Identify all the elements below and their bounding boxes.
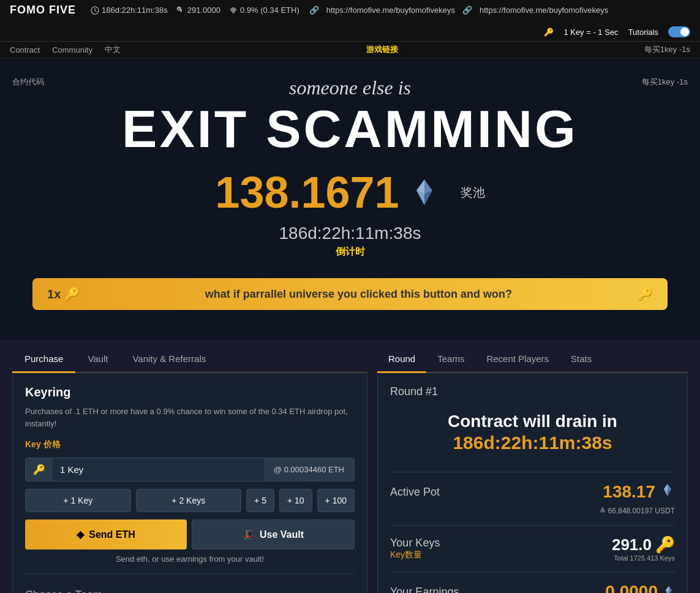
exit-scamming-headline: EXIT SCAMMING: [122, 102, 578, 155]
drain-box: Contract will drain in 186d:22h:11m:38s: [390, 410, 675, 453]
divider-1: [25, 573, 355, 574]
buy-link-1[interactable]: https://fomofive.me/buyfomofivekeys: [326, 6, 455, 15]
link-icon-1: 🔗: [309, 6, 319, 15]
buy-bar-text: what if parrallel universe you clicked t…: [87, 288, 630, 301]
drain-title: Contract will drain in: [390, 410, 675, 432]
buy-bar-key: 1x 🔑: [47, 287, 80, 301]
total-keys-label: Total 1725.413 Keys: [612, 554, 675, 562]
eth-icon-earnings: [663, 582, 675, 593]
qty-buttons-row: + 1 Key + 2 Keys + 5 + 10 + 100: [25, 489, 355, 512]
eth-icon-active-pot: [660, 482, 675, 502]
key-price-row: Key 价格: [25, 439, 355, 450]
tab-teams[interactable]: Teams: [426, 346, 475, 373]
buy-link-2[interactable]: https://fomofive.me/buyfomofivekeys: [480, 6, 608, 15]
your-earnings-label: Your Earnings: [390, 586, 605, 593]
round-label: Round #1: [390, 385, 675, 398]
left-tabs: Purchase Vault Vanity & Referrals: [12, 346, 367, 373]
divider-right-1: [390, 472, 675, 472]
tab-vanity[interactable]: Vanity & Referrals: [120, 346, 218, 373]
per-buy-hero: 每买1key -1s: [642, 77, 688, 88]
choose-team-title: Choose a Team: [25, 584, 355, 593]
prize-pool-row: 138.1671 奖池: [215, 167, 484, 217]
tab-stats[interactable]: Stats: [560, 346, 603, 373]
purchase-panel: Keyring Purchases of .1 ETH or more have…: [12, 373, 367, 593]
vault-icon: 🎩: [243, 529, 255, 540]
contract-code-label: 合约代码: [12, 77, 44, 88]
divider-right-3: [390, 572, 675, 572]
your-earnings-value: 0.0000: [605, 582, 675, 593]
key-icon-value: 🔑: [655, 535, 675, 554]
active-pot-value: 138.17: [603, 482, 675, 502]
left-panel: Purchase Vault Vanity & Referrals Keyrin…: [12, 346, 367, 593]
use-vault-button[interactable]: 🎩 Use Vault: [192, 519, 355, 550]
link-icon-2: 🔗: [462, 6, 472, 15]
key-input-icon: 🔑: [26, 458, 53, 481]
countdown-label: 倒计时: [336, 246, 365, 259]
right-tabs: Round Teams Recent Players Stats: [377, 346, 688, 373]
tab-purchase[interactable]: Purchase: [12, 346, 75, 373]
brand-logo: FOMO FIVE: [10, 4, 76, 17]
key-quantity-input[interactable]: [53, 458, 264, 481]
prize-label: 奖池: [461, 184, 485, 201]
per-buy-label: 每买1key -1s: [644, 44, 690, 55]
your-keys-row: Your Keys Key数量 291.0 🔑 Total 1725.413 K…: [390, 535, 675, 562]
key-equation: 1 Key = - 1 Sec: [563, 28, 618, 37]
tab-recent-players[interactable]: Recent Players: [475, 346, 560, 373]
plus-10-btn[interactable]: + 10: [279, 489, 312, 512]
buy-bar-icon-right: 🔑: [638, 287, 653, 301]
top-nav: FOMO FIVE 186d:22h:11m:38s 291.0000 0.9%…: [0, 0, 700, 42]
nav-links: 🔗 https://fomofive.me/buyfomofivekeys 🔗 …: [309, 6, 609, 15]
plus-100-btn[interactable]: + 100: [317, 489, 355, 512]
tab-vault[interactable]: Vault: [75, 346, 120, 373]
key-quantity-label: Key数量: [390, 550, 612, 561]
tab-round[interactable]: Round: [377, 346, 426, 373]
divider-right-2: [390, 525, 675, 526]
countdown-display: 186d:22h:11m:38s: [279, 224, 421, 243]
game-link-label: 游戏链接: [366, 44, 398, 55]
keys-display: 291.0000: [176, 6, 220, 15]
key-input-row: 🔑 @ 0.00034460 ETH: [25, 458, 355, 482]
prize-label-container: 奖池: [461, 184, 485, 201]
active-pot-label: Active Pot: [390, 486, 603, 499]
plus-5-btn[interactable]: + 5: [246, 489, 274, 512]
tutorials-toggle[interactable]: [668, 26, 690, 37]
svg-line-2: [95, 10, 97, 12]
timer-display: 186d:22h:11m:38s: [91, 6, 168, 15]
contract-link[interactable]: Contract: [10, 45, 40, 55]
key-icon-nav: 🔑: [544, 28, 554, 37]
chinese-link[interactable]: 中文: [105, 44, 121, 55]
eth-amount: 138.1671: [215, 167, 442, 217]
sub-nav: Contract Community 中文 游戏链接 每买1key -1s: [0, 42, 700, 58]
countdown-label-row: 倒计时: [336, 246, 365, 259]
nav-info: 186d:22h:11m:38s 291.0000 0.9% (0.34 ETH…: [91, 6, 299, 15]
keyring-title: Keyring: [25, 385, 355, 399]
active-pot-usdt: ≙ 66,848.00197 USDT: [390, 507, 675, 515]
airdrop-info: Purchases of .1 ETH or more have a 0.9% …: [25, 406, 355, 429]
action-buttons: ◆ Send ETH 🎩 Use Vault: [25, 519, 355, 550]
drain-countdown: 186d:22h:11m:38s: [390, 432, 675, 453]
main-content: Purchase Vault Vanity & Referrals Keyrin…: [0, 340, 700, 593]
round-content: Round #1 Contract will drain in 186d:22h…: [377, 373, 688, 593]
key-price-display: @ 0.00034460 ETH: [264, 458, 354, 481]
clock-icon: [91, 6, 99, 15]
plus-1-key-btn[interactable]: + 1 Key: [25, 489, 131, 512]
buy-bar[interactable]: 1x 🔑 what if parrallel universe you clic…: [32, 278, 668, 310]
eth-send-icon: ◆: [77, 529, 84, 540]
key-icon: [176, 6, 185, 15]
plus-2-keys-btn[interactable]: + 2 Keys: [136, 489, 242, 512]
nav-right: 🔑 1 Key = - 1 Sec Tutorials: [544, 26, 690, 37]
your-keys-label: Your Keys: [390, 537, 612, 550]
someone-text: someone else is: [289, 77, 411, 99]
community-link[interactable]: Community: [52, 45, 92, 55]
right-panel: Round Teams Recent Players Stats Round #…: [377, 346, 688, 593]
action-hint: Send eth, or use earnings from your vaul…: [25, 554, 355, 564]
key-price-label: Key 价格: [25, 439, 61, 450]
airdrop-display: 0.9% (0.34 ETH): [229, 6, 299, 15]
your-earnings-row: Your Earnings 0.0000: [390, 582, 675, 593]
tutorials-label: Tutorials: [628, 28, 658, 37]
gem-icon: [229, 6, 238, 15]
active-pot-row: Active Pot 138.17: [390, 482, 675, 502]
key-value: 291.0 🔑: [612, 535, 675, 554]
send-eth-button[interactable]: ◆ Send ETH: [25, 519, 187, 550]
hero-section: 合约代码 每买1key -1s someone else is EXIT SCA…: [0, 58, 700, 340]
